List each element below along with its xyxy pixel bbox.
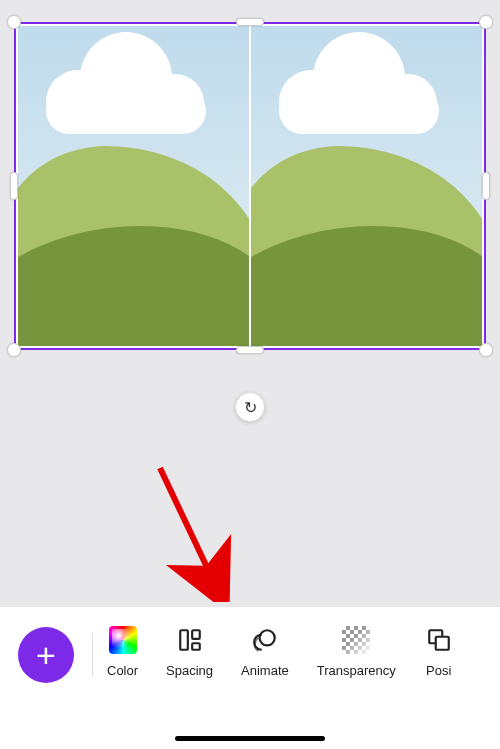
hill-front bbox=[251, 226, 482, 346]
tool-spacing[interactable]: Spacing bbox=[166, 625, 213, 678]
resize-handle-r[interactable] bbox=[482, 172, 490, 200]
tool-label: Animate bbox=[241, 663, 289, 678]
spacing-icon bbox=[175, 625, 205, 655]
svg-rect-6 bbox=[436, 637, 449, 650]
cloud-shape bbox=[46, 50, 206, 136]
transparency-icon bbox=[341, 625, 371, 655]
position-icon bbox=[424, 625, 454, 655]
tool-label: Color bbox=[107, 663, 138, 678]
swap-content-button[interactable]: ↻ bbox=[235, 392, 265, 422]
selection-frame bbox=[14, 22, 486, 350]
frame-right[interactable] bbox=[251, 26, 482, 346]
hill-front bbox=[18, 226, 249, 346]
tool-label: Posi bbox=[426, 663, 451, 678]
swap-icon: ↻ bbox=[244, 398, 257, 417]
svg-line-0 bbox=[160, 468, 214, 582]
tool-label: Transparency bbox=[317, 663, 396, 678]
resize-handle-br[interactable] bbox=[479, 343, 493, 357]
tool-color[interactable]: Color bbox=[107, 625, 138, 678]
tool-animate[interactable]: Animate bbox=[241, 625, 289, 678]
plus-icon: + bbox=[36, 636, 56, 675]
toolbar-tools: Color Spacing Animate bbox=[107, 625, 454, 678]
resize-handle-l[interactable] bbox=[10, 172, 18, 200]
resize-handle-tl[interactable] bbox=[7, 15, 21, 29]
frame-left[interactable] bbox=[18, 26, 249, 346]
tool-label: Spacing bbox=[166, 663, 213, 678]
svg-rect-2 bbox=[192, 630, 200, 639]
svg-rect-3 bbox=[192, 643, 200, 650]
tool-position[interactable]: Posi bbox=[424, 625, 454, 678]
animate-icon bbox=[250, 625, 280, 655]
grid-frames bbox=[18, 26, 482, 346]
resize-handle-t[interactable] bbox=[236, 18, 264, 26]
tool-transparency[interactable]: Transparency bbox=[317, 625, 396, 678]
resize-handle-bl[interactable] bbox=[7, 343, 21, 357]
cloud-shape bbox=[279, 50, 439, 136]
svg-rect-1 bbox=[180, 630, 188, 650]
resize-handle-b[interactable] bbox=[236, 346, 264, 354]
canvas-selection[interactable] bbox=[14, 22, 486, 350]
toolbar-divider bbox=[92, 633, 93, 677]
resize-handle-tr[interactable] bbox=[479, 15, 493, 29]
home-indicator[interactable] bbox=[175, 736, 325, 741]
add-button[interactable]: + bbox=[18, 627, 74, 683]
svg-point-4 bbox=[259, 630, 274, 645]
annotation-arrow bbox=[150, 462, 240, 602]
bottom-toolbar: + Color Spacing bbox=[0, 607, 500, 749]
color-icon bbox=[108, 625, 138, 655]
